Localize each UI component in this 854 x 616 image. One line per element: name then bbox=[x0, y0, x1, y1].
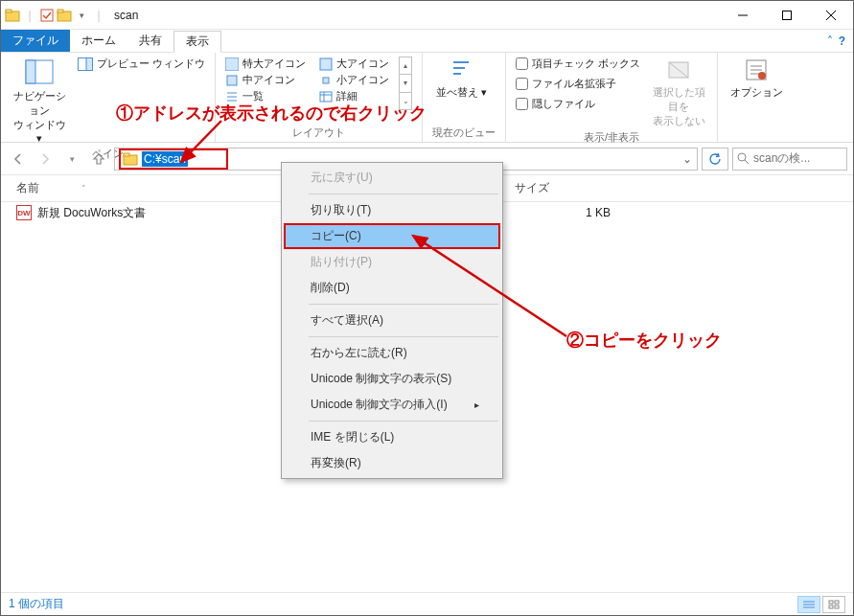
explorer-window: | ▾ | scan ファイル ホーム 共有 表示 ˄ ? bbox=[0, 0, 854, 616]
layout-scroll[interactable]: ▴▾⌄ bbox=[399, 57, 412, 110]
svg-rect-31 bbox=[124, 153, 129, 156]
ctx-separator bbox=[309, 304, 498, 305]
svg-line-33 bbox=[745, 160, 749, 164]
nav-pane-button[interactable]: ナビゲーション ウィンドウ ▾ bbox=[11, 57, 68, 145]
qat-separator: | bbox=[22, 8, 37, 23]
folder-icon-2 bbox=[57, 8, 72, 23]
ctx-rtl[interactable]: 右から左に読む(R) bbox=[284, 340, 500, 366]
context-menu: 元に戻す(U) 切り取り(T) コピー(C) 貼り付け(P) 削除(D) すべて… bbox=[281, 162, 503, 479]
svg-rect-15 bbox=[227, 76, 237, 85]
file-name: 新規 DocuWorks文書 bbox=[37, 205, 146, 221]
maximize-button[interactable] bbox=[765, 1, 809, 30]
refresh-button[interactable] bbox=[702, 148, 728, 171]
help-icon[interactable]: ? bbox=[839, 34, 845, 48]
address-text[interactable]: C:¥scan bbox=[142, 151, 188, 167]
view-mode-icons-button[interactable] bbox=[822, 596, 845, 613]
hide-selected-button[interactable]: 選択した項目を 表示しない bbox=[650, 57, 707, 128]
svg-rect-13 bbox=[225, 57, 239, 71]
qat-dropdown-icon[interactable]: ▾ bbox=[74, 8, 89, 23]
svg-rect-12 bbox=[86, 57, 93, 70]
ctx-delete[interactable]: 削除(D) bbox=[284, 275, 500, 301]
svg-rect-40 bbox=[835, 605, 839, 608]
qat-separator-2: | bbox=[91, 8, 106, 23]
checkbox-hidden-files[interactable]: 隠しファイル bbox=[516, 97, 640, 111]
search-box[interactable]: scanの検... bbox=[732, 148, 847, 171]
view-mode-details-button[interactable] bbox=[797, 596, 820, 613]
svg-rect-20 bbox=[320, 92, 332, 102]
svg-rect-39 bbox=[829, 605, 833, 608]
ribbon-group-label-showhide: 表示/非表示 bbox=[516, 128, 707, 145]
quick-access-toolbar: | ▾ | scan bbox=[1, 8, 138, 23]
svg-point-32 bbox=[738, 153, 746, 161]
file-size: 1 KB bbox=[515, 206, 630, 219]
svg-rect-37 bbox=[829, 601, 833, 604]
tab-home[interactable]: ホーム bbox=[70, 30, 127, 52]
ribbon-group-layout: 特大アイコン 大アイコン 中アイコン 小アイコン 一覧 詳細 ▴▾⌄ レイアウト bbox=[216, 53, 423, 142]
ctx-separator bbox=[309, 194, 498, 194]
svg-rect-1 bbox=[6, 10, 12, 12]
tab-file[interactable]: ファイル bbox=[1, 30, 70, 52]
search-placeholder: scanの検... bbox=[753, 150, 810, 167]
view-list[interactable]: 一覧 bbox=[225, 89, 306, 103]
sort-by-button[interactable]: 並べ替え ▾ bbox=[432, 57, 490, 100]
ctx-ime-close[interactable]: IME を閉じる(L) bbox=[284, 424, 500, 450]
ribbon-tabs: ファイル ホーム 共有 表示 ˄ ? bbox=[1, 30, 853, 53]
window-controls bbox=[721, 1, 853, 30]
status-text: 1 個の項目 bbox=[9, 596, 64, 612]
back-button[interactable] bbox=[7, 148, 30, 171]
svg-rect-16 bbox=[323, 78, 329, 83]
up-button[interactable] bbox=[87, 148, 110, 171]
properties-icon[interactable] bbox=[39, 8, 55, 23]
tab-view[interactable]: 表示 bbox=[173, 31, 221, 53]
window-title: scan bbox=[114, 9, 138, 22]
preview-pane-button[interactable]: プレビュー ウィンドウ bbox=[78, 57, 205, 71]
sort-indicator-icon: ˄ bbox=[81, 184, 86, 194]
ctx-reconvert[interactable]: 再変換(R) bbox=[284, 450, 500, 476]
ribbon-collapse-area: ˄ ? bbox=[827, 30, 853, 52]
address-bar-highlight: C:¥scan bbox=[119, 148, 228, 170]
forward-button[interactable] bbox=[34, 148, 57, 171]
column-size[interactable]: サイズ bbox=[515, 180, 630, 196]
address-dropdown[interactable]: ⌄ bbox=[678, 152, 697, 166]
options-button[interactable]: オプション bbox=[727, 57, 785, 100]
status-bar: 1 個の項目 bbox=[1, 592, 853, 615]
ctx-copy[interactable]: コピー(C) bbox=[284, 223, 500, 249]
ribbon-group-showhide: 項目チェック ボックス ファイル名拡張子 隠しファイル 選択した項目を 表示しな… bbox=[506, 53, 718, 142]
view-large-icons[interactable]: 大アイコン bbox=[319, 57, 389, 71]
ctx-separator bbox=[309, 336, 498, 337]
ctx-paste[interactable]: 貼り付け(P) bbox=[284, 249, 500, 275]
ribbon: ナビゲーション ウィンドウ ▾ プレビュー ウィンドウ - ペイン 特大アイコン bbox=[1, 53, 853, 143]
chevron-up-icon[interactable]: ˄ bbox=[827, 34, 833, 48]
minimize-button[interactable] bbox=[721, 1, 765, 30]
ribbon-group-options: オプション bbox=[718, 53, 795, 142]
svg-rect-6 bbox=[783, 11, 792, 19]
view-details[interactable]: 詳細 bbox=[319, 89, 389, 103]
view-extra-large-icons[interactable]: 特大アイコン bbox=[225, 57, 306, 71]
svg-rect-10 bbox=[26, 60, 35, 83]
view-medium-icons[interactable]: 中アイコン bbox=[225, 73, 306, 87]
titlebar: | ▾ | scan bbox=[1, 1, 853, 30]
ribbon-group-label-layout: レイアウト bbox=[225, 124, 412, 140]
search-icon bbox=[737, 152, 750, 165]
folder-icon bbox=[123, 152, 138, 166]
ribbon-group-label-currentview: 現在のビュー bbox=[432, 124, 496, 140]
ctx-unicode-show[interactable]: Unicode 制御文字の表示(S) bbox=[284, 366, 500, 392]
tab-share[interactable]: 共有 bbox=[127, 30, 173, 52]
svg-point-29 bbox=[758, 72, 766, 80]
checkbox-file-extensions[interactable]: ファイル名拡張子 bbox=[516, 77, 640, 91]
ctx-undo[interactable]: 元に戻す(U) bbox=[284, 165, 500, 191]
ribbon-group-current-view: 並べ替え ▾ 現在のビュー bbox=[423, 53, 506, 142]
ribbon-group-label-options bbox=[727, 138, 785, 140]
checkbox-item-checkboxes[interactable]: 項目チェック ボックス bbox=[516, 57, 640, 71]
svg-rect-14 bbox=[320, 58, 332, 70]
ctx-select-all[interactable]: すべて選択(A) bbox=[284, 308, 500, 333]
svg-rect-4 bbox=[58, 10, 63, 12]
close-button[interactable] bbox=[809, 1, 853, 30]
folder-icon bbox=[5, 8, 20, 23]
recent-dropdown[interactable]: ▾ bbox=[60, 148, 83, 171]
chevron-right-icon: ▸ bbox=[474, 399, 479, 410]
docuworks-file-icon: DW bbox=[16, 205, 32, 220]
ctx-cut[interactable]: 切り取り(T) bbox=[284, 197, 500, 223]
ctx-unicode-insert[interactable]: Unicode 制御文字の挿入(I)▸ bbox=[284, 392, 500, 418]
view-small-icons[interactable]: 小アイコン bbox=[319, 73, 389, 87]
